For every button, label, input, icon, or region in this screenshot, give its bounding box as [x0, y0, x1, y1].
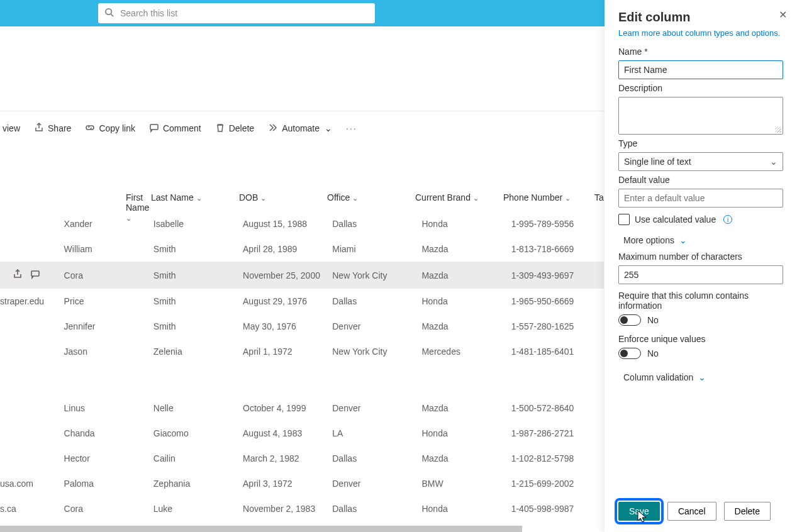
svg-rect-2	[150, 125, 158, 130]
trash-icon	[215, 123, 225, 135]
cell-phone: 1-987-286-2721	[511, 421, 604, 446]
cell-brand: Honda	[421, 421, 511, 446]
cell-last: Isabelle	[153, 211, 243, 236]
panel-delete-button[interactable]: Delete	[724, 502, 771, 521]
lead-cell: s.ca	[0, 496, 64, 521]
cell-office: New York City	[332, 262, 421, 289]
learn-more-link[interactable]: Learn more about column types and option…	[618, 28, 783, 38]
cell-phone: 1-813-718-6669	[511, 236, 604, 262]
cell-office: LA	[332, 421, 421, 446]
grid-view-button[interactable]: view	[0, 123, 20, 133]
lead-cell	[0, 446, 64, 471]
cell-brand: Mazda	[421, 396, 511, 421]
column-dob[interactable]: DOB ⌄	[239, 192, 266, 202]
cell-first: Jason	[64, 339, 153, 364]
automate-label: Automate	[282, 123, 320, 133]
chevron-down-icon: ⌄	[565, 194, 571, 202]
table-row[interactable]: JasonZeleniaApril 1, 1972New York CityMe…	[0, 339, 604, 364]
chevron-down-icon: ⌄	[325, 123, 332, 133]
cell-last: Smith	[153, 262, 243, 289]
copy-link-button[interactable]: Copy link	[85, 123, 135, 135]
more-button[interactable]: ···	[346, 123, 357, 133]
column-validation-expander[interactable]: Column validation ⌄	[623, 372, 783, 382]
enforce-toggle[interactable]: No	[618, 348, 659, 359]
lead-cell	[0, 314, 64, 339]
more-options-expander[interactable]: More options ⌄	[623, 235, 783, 245]
cell-dob: August 4, 1983	[243, 421, 332, 446]
default-value-input[interactable]	[618, 189, 783, 208]
share-label: Share	[48, 123, 71, 133]
comment-icon[interactable]	[30, 269, 40, 281]
cell-office: Dallas	[332, 289, 421, 314]
cell-dob: November 2, 1983	[243, 496, 332, 521]
data-table: XanderIsabelleAugust 15, 1988DallasHonda…	[0, 211, 604, 364]
cell-first: Paloma	[64, 471, 153, 496]
cell-brand: BMW	[421, 471, 511, 496]
enforce-value: No	[647, 348, 659, 358]
share-icon[interactable]	[13, 269, 23, 281]
close-icon[interactable]: ✕	[779, 10, 783, 21]
data-table-2: LinusNelleOctober 4, 1999DenverMazda1-50…	[0, 396, 604, 521]
cell-last: Zephania	[153, 471, 243, 496]
use-calculated-label: Use calculated value	[635, 214, 716, 224]
type-select[interactable]: Single line of text ⌄	[618, 152, 783, 171]
cell-phone: 1-965-950-6669	[511, 289, 604, 314]
column-current-brand[interactable]: Current Brand ⌄	[415, 192, 479, 202]
chevron-down-icon: ⌄	[770, 157, 777, 167]
column-last-name[interactable]: Last Name ⌄	[151, 192, 202, 202]
table-row[interactable]: JenniferSmithMay 30, 1976DenverMazda1-55…	[0, 314, 604, 339]
column-partial[interactable]: Ta	[594, 192, 604, 202]
lead-cell	[0, 421, 64, 446]
cell-phone: 1-102-812-5798	[511, 446, 604, 471]
save-button[interactable]: Save	[618, 502, 660, 521]
chevron-down-icon: ⌄	[260, 194, 266, 202]
name-input[interactable]	[618, 60, 783, 79]
ellipsis-icon: ···	[346, 123, 357, 133]
table-row[interactable]: HectorCailinMarch 2, 1982DallasMazda1-10…	[0, 446, 604, 471]
cell-dob: April 28, 1989	[243, 236, 332, 262]
delete-button[interactable]: Delete	[215, 123, 254, 135]
info-icon[interactable]: i	[723, 215, 732, 224]
checkbox-icon	[618, 214, 630, 225]
svg-line-1	[111, 14, 113, 16]
description-input[interactable]	[618, 97, 783, 135]
column-phone-number[interactable]: Phone Number ⌄	[503, 192, 571, 202]
require-toggle[interactable]: No	[618, 314, 659, 326]
table-row[interactable]: LinusNelleOctober 4, 1999DenverMazda1-50…	[0, 396, 604, 421]
search-icon	[104, 8, 114, 19]
table-row[interactable]: XanderIsabelleAugust 15, 1988DallasHonda…	[0, 211, 604, 236]
panel-title: Edit column	[618, 10, 783, 25]
automate-button[interactable]: Automate ⌄	[268, 123, 332, 135]
link-icon	[85, 123, 95, 135]
table-row[interactable]: s.caCoraLukeNovember 2, 1983DallasHonda1…	[0, 496, 604, 521]
cancel-button[interactable]: Cancel	[667, 502, 716, 521]
command-bar: view Share Copy link Comment Delete Auto…	[0, 117, 357, 140]
cell-first: Linus	[64, 396, 153, 421]
svg-rect-3	[31, 271, 39, 276]
cell-first: William	[64, 236, 153, 262]
table-row[interactable]: CoraSmithNovember 25, 2000New York CityM…	[0, 262, 604, 289]
cell-office: Dallas	[332, 496, 421, 521]
table-row[interactable]: usa.comPalomaZephaniaApril 3, 1972Denver…	[0, 471, 604, 496]
name-label: Name *	[618, 47, 783, 57]
table-row[interactable]: ChandaGiacomoAugust 4, 1983LAHonda1-987-…	[0, 421, 604, 446]
comment-icon	[149, 123, 159, 135]
use-calculated-checkbox[interactable]: Use calculated value i	[618, 214, 783, 225]
cell-brand: Mazda	[421, 236, 511, 262]
share-button[interactable]: Share	[34, 123, 71, 135]
table-row[interactable]: straper.eduPriceSmithAugust 29, 1976Dall…	[0, 289, 604, 314]
table-row[interactable]: WilliamSmithApril 28, 1989MiamiMazda1-81…	[0, 236, 604, 262]
cell-phone: 1-405-998-9987	[511, 496, 604, 521]
column-office[interactable]: Office ⌄	[327, 192, 358, 202]
max-chars-input[interactable]	[618, 265, 783, 284]
cell-office: Miami	[332, 236, 421, 262]
cell-office: New York City	[332, 339, 421, 364]
cell-last: Smith	[153, 314, 243, 339]
horizontal-scrollbar[interactable]	[0, 526, 522, 532]
more-options-label: More options	[623, 235, 674, 245]
search-box[interactable]: Search this list	[98, 3, 375, 23]
type-value: Single line of text	[624, 157, 691, 167]
comment-button[interactable]: Comment	[149, 123, 201, 135]
lead-cell	[0, 339, 64, 364]
cell-dob: March 2, 1982	[243, 446, 332, 471]
